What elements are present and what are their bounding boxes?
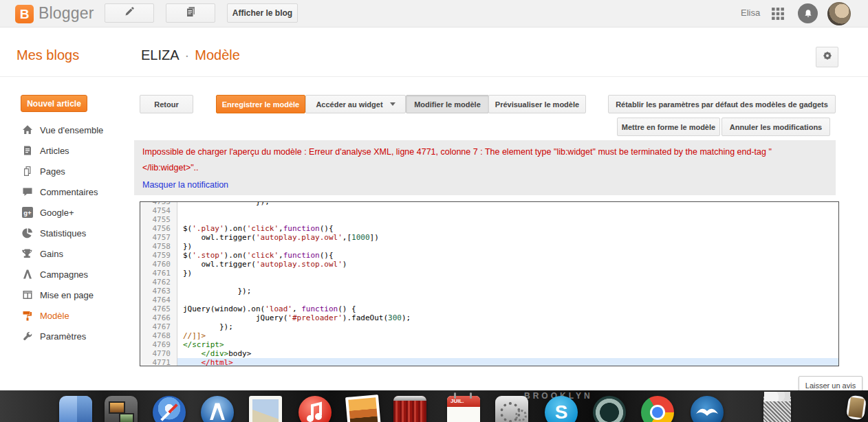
jump-to-widget-label: Accéder au widget xyxy=(316,100,382,109)
code-line[interactable]: 4758}) xyxy=(140,242,838,251)
code-text: jQuery(window).on('load', function() { xyxy=(177,304,838,313)
sidebar-item-posts[interactable]: Articles xyxy=(0,140,134,161)
line-number: 4761 xyxy=(140,269,177,278)
calendar-month-label: JUIL. xyxy=(447,396,480,407)
sidebar-item-campaigns[interactable]: Campagnes xyxy=(0,264,134,285)
page-title: Modèle xyxy=(195,47,240,63)
code-text: //]]> xyxy=(177,331,838,340)
line-number: 4765 xyxy=(140,304,177,313)
posts-list-icon-button[interactable] xyxy=(166,3,215,23)
sidebar-item-stats[interactable]: Statistiques xyxy=(0,223,134,243)
format-template-button[interactable]: Mettre en forme le modèle xyxy=(617,118,720,136)
new-post-icon-button[interactable] xyxy=(105,3,154,23)
code-text: owl.trigger('autoplay.play.owl',[1000]) xyxy=(177,233,838,242)
sidebar-item-earnings[interactable]: Gains xyxy=(0,243,134,264)
edit-template-button[interactable]: Modifier le modèle xyxy=(406,95,489,113)
brand-title: Blogger xyxy=(39,4,94,23)
code-line[interactable]: 4771 </html> xyxy=(140,358,838,366)
photo-booth-dock-icon[interactable] xyxy=(393,396,426,422)
page-header: Mes blogs ELIZA·Modèle xyxy=(0,28,868,77)
jump-to-widget-button[interactable]: Accéder au widget xyxy=(305,95,406,113)
my-blogs-link[interactable]: Mes blogs xyxy=(17,47,79,63)
code-line[interactable]: 4767 }); xyxy=(140,322,838,331)
apps-grid-icon[interactable] xyxy=(771,7,785,21)
app-store-dock-icon[interactable] xyxy=(201,396,234,422)
user-name[interactable]: Elisa xyxy=(741,8,760,18)
sidebar-item-googleplus[interactable]: g+Google+ xyxy=(0,202,134,223)
notifications-bell-icon[interactable] xyxy=(798,3,818,23)
system-preferences-dock-icon[interactable] xyxy=(495,396,528,422)
pages-icon xyxy=(22,166,40,177)
code-text: }); xyxy=(177,322,838,331)
undo-changes-button[interactable]: Annuler les modifications xyxy=(721,118,830,136)
code-line[interactable]: 4766 jQuery('#preloader').fadeOut(300); xyxy=(140,313,838,322)
blogger-logo-icon[interactable]: B xyxy=(15,5,34,23)
displays-dock-icon[interactable] xyxy=(105,396,138,422)
code-text: owl.trigger('autoplay.stop.owl') xyxy=(177,260,838,269)
settings-gear-button[interactable] xyxy=(816,47,838,67)
code-text: </div>body> xyxy=(177,349,838,358)
sidebar-item-label: Google+ xyxy=(40,208,74,218)
sidebar-item-pages[interactable]: Pages xyxy=(0,161,134,181)
gear-icon xyxy=(821,49,834,65)
line-number: 4753 xyxy=(140,201,177,206)
code-line[interactable]: 4770 </div>body> xyxy=(140,349,838,358)
line-number: 4760 xyxy=(140,260,177,269)
trash-dock-icon[interactable] xyxy=(763,396,791,422)
sidebar-item-comments[interactable]: Commentaires xyxy=(0,181,134,202)
code-line[interactable]: 4760 owl.trigger('autoplay.stop.owl') xyxy=(140,260,838,269)
new-post-button[interactable]: Nouvel article xyxy=(21,95,87,112)
sidebar-item-layout[interactable]: Mise en page xyxy=(0,285,134,305)
app: { "topbar": { "brand": "Blogger", "view_… xyxy=(0,0,868,422)
roller-icon xyxy=(22,310,40,321)
code-line[interactable]: 4756$('.play').on('click',function(){ xyxy=(140,224,838,233)
code-text xyxy=(177,278,838,287)
photo-dock-icon[interactable] xyxy=(846,395,867,420)
sidebar-item-overview[interactable]: Vue d'ensemble xyxy=(0,120,134,140)
code-line[interactable]: 4761}) xyxy=(140,269,838,278)
openoffice-dock-icon[interactable] xyxy=(691,396,724,422)
photos-dock-icon[interactable] xyxy=(345,395,381,422)
code-line[interactable]: 4753 }); xyxy=(140,201,838,206)
itunes-dock-icon[interactable] xyxy=(299,396,332,422)
view-blog-button[interactable]: Afficher le blog xyxy=(227,3,298,23)
line-number: 4756 xyxy=(140,224,177,233)
chrome-dock-icon[interactable] xyxy=(641,396,674,422)
finder-dock-icon[interactable] xyxy=(59,396,92,422)
code-line[interactable]: 4762 xyxy=(140,278,838,287)
line-number: 4755 xyxy=(140,215,177,224)
back-button[interactable]: Retour xyxy=(140,95,193,113)
code-line[interactable]: 4754 xyxy=(140,206,838,215)
skype-glyph: S xyxy=(555,403,568,422)
code-line[interactable]: 4764 xyxy=(140,296,838,304)
code-text xyxy=(177,206,838,215)
line-number: 4764 xyxy=(140,296,177,304)
macos-dock: BROOKLYN JUIL.S xyxy=(0,390,868,422)
code-line[interactable]: 4763 }); xyxy=(140,287,838,296)
sidebar-item-label: Mise en page xyxy=(40,290,94,300)
line-number: 4768 xyxy=(140,331,177,340)
code-line[interactable]: 4759$('.stop').on('click',function(){ xyxy=(140,251,838,260)
save-template-button[interactable]: Enregistrer le modèle xyxy=(216,95,305,113)
hide-notification-link[interactable]: Masquer la notification xyxy=(142,180,228,190)
code-text: }); xyxy=(177,201,838,206)
mail-dock-icon[interactable] xyxy=(249,396,282,422)
sidebar-item-template[interactable]: Modèle xyxy=(0,305,134,326)
user-avatar[interactable] xyxy=(827,2,851,25)
calendar-dock-icon[interactable]: JUIL. xyxy=(447,396,480,422)
code-line[interactable]: 4765jQuery(window).on('load', function()… xyxy=(140,304,838,313)
code-lines: 4753 });475447554756$('.play').on('click… xyxy=(140,201,838,366)
time-machine-dock-icon[interactable] xyxy=(593,396,626,422)
sidebar-item-label: Articles xyxy=(40,146,69,156)
sidebar-item-label: Statistiques xyxy=(40,228,86,238)
reset-gadget-templates-button[interactable]: Rétablir les paramètres par défaut des m… xyxy=(608,95,836,113)
code-line[interactable]: 4755 xyxy=(140,215,838,224)
code-line[interactable]: 4757 owl.trigger('autoplay.play.owl',[10… xyxy=(140,233,838,242)
sidebar-item-settings[interactable]: Paramètres xyxy=(0,326,134,346)
template-code-editor[interactable]: 4753 });475447554756$('.play').on('click… xyxy=(140,201,839,366)
code-text: }) xyxy=(177,269,838,278)
code-line[interactable]: 4768//]]> xyxy=(140,331,838,340)
safari-dock-icon[interactable] xyxy=(153,396,186,422)
preview-template-button[interactable]: Prévisualiser le modèle xyxy=(488,95,586,113)
code-line[interactable]: 4769</script> xyxy=(140,340,838,349)
